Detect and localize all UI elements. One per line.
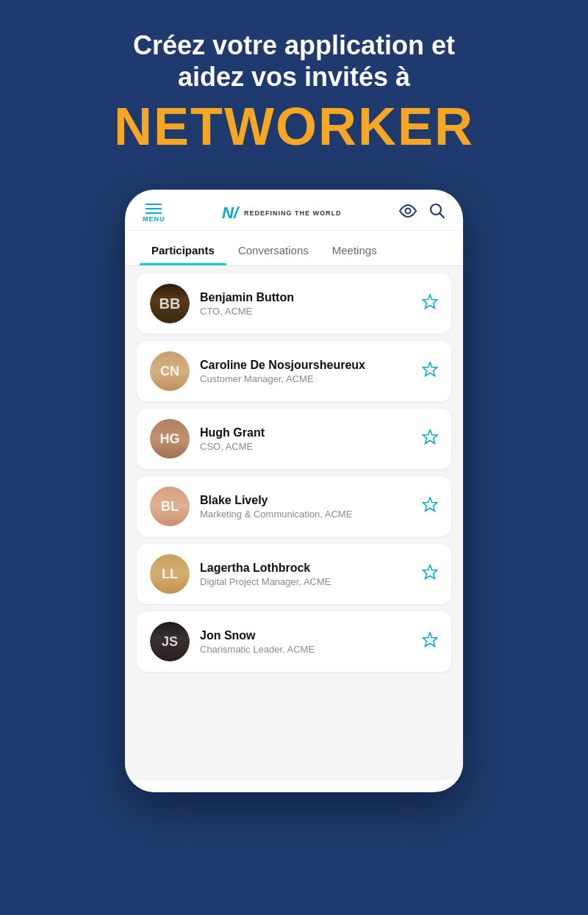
hero-section: Créez votre application et aidez vos inv… — [0, 0, 588, 175]
svg-marker-7 — [423, 565, 437, 579]
hero-subtitle-line1: Créez votre application et aidez vos inv… — [44, 29, 544, 93]
favorite-star-icon[interactable] — [422, 496, 438, 517]
avatar: LL — [150, 554, 190, 594]
svg-marker-8 — [423, 633, 437, 647]
header-icons — [398, 203, 445, 223]
tab-participants[interactable]: Participants — [140, 234, 226, 265]
participant-info: Blake Lively Marketing & Communication, … — [200, 494, 412, 520]
phone-frame: MENU N/ REDEFINING THE WORLD — [125, 190, 463, 792]
logo-symbol: N/ — [222, 204, 238, 223]
participant-info: Benjamin Button CTO, ACME — [200, 291, 412, 317]
participant-name: Caroline De Nosjoursheureux — [200, 359, 412, 372]
participant-role: CSO, ACME — [200, 441, 412, 452]
menu-button[interactable]: MENU — [143, 204, 165, 223]
avatar: HG — [150, 419, 190, 459]
tab-conversations[interactable]: Conversations — [226, 234, 320, 265]
svg-line-2 — [440, 214, 445, 218]
list-item[interactable]: BL Blake Lively Marketing & Communicatio… — [137, 476, 451, 537]
participant-info: Caroline De Nosjoursheureux Customer Man… — [200, 359, 412, 384]
avatar: JS — [150, 622, 190, 661]
list-item[interactable]: CN Caroline De Nosjoursheureux Customer … — [137, 341, 451, 401]
tabs-nav: Participants Conversations Meetings — [125, 234, 463, 266]
avatar: BB — [150, 284, 190, 323]
participant-info: Hugh Grant CSO, ACME — [200, 426, 412, 452]
list-item[interactable]: HG Hugh Grant CSO, ACME — [137, 409, 451, 469]
participant-name: Hugh Grant — [200, 426, 412, 439]
logo-tagline: REDEFINING THE WORLD — [244, 209, 342, 217]
participant-name: Blake Lively — [200, 494, 412, 507]
list-item[interactable]: LL Lagertha Lothbrock Digital Project Ma… — [137, 544, 451, 604]
participant-info: Jon Snow Charismatic Leader, ACME — [200, 629, 412, 655]
participant-role: CTO, ACME — [200, 306, 412, 317]
favorite-star-icon[interactable] — [422, 631, 438, 652]
phone-wrapper: MENU N/ REDEFINING THE WORLD — [0, 190, 588, 792]
participant-role: Charismatic Leader, ACME — [200, 644, 412, 655]
svg-marker-5 — [423, 430, 437, 444]
menu-label: MENU — [143, 215, 165, 223]
svg-marker-3 — [423, 295, 437, 309]
participant-role: Digital Project Manager, ACME — [200, 576, 412, 587]
logo-area: N/ REDEFINING THE WORLD — [222, 204, 342, 223]
phone-header: MENU N/ REDEFINING THE WORLD — [125, 190, 463, 231]
svg-marker-4 — [423, 362, 437, 376]
favorite-star-icon[interactable] — [422, 361, 438, 381]
avatar: BL — [150, 487, 190, 526]
participant-role: Marketing & Communication, ACME — [200, 509, 412, 520]
list-item[interactable]: JS Jon Snow Charismatic Leader, ACME — [137, 611, 451, 672]
participant-name: Lagertha Lothbrock — [200, 561, 412, 575]
participants-list: BB Benjamin Button CTO, ACME CN — [125, 266, 463, 781]
list-item[interactable]: BB Benjamin Button CTO, ACME — [137, 273, 451, 334]
favorite-star-icon[interactable] — [422, 564, 438, 584]
search-icon[interactable] — [429, 203, 445, 223]
participant-role: Customer Manager, ACME — [200, 373, 412, 384]
hero-networker: NETWORKER — [44, 100, 544, 153]
svg-marker-6 — [423, 498, 437, 512]
participant-name: Jon Snow — [200, 629, 412, 642]
participant-name: Benjamin Button — [200, 291, 412, 304]
participant-info: Lagertha Lothbrock Digital Project Manag… — [200, 561, 412, 587]
avatar: CN — [150, 351, 190, 391]
tab-meetings[interactable]: Meetings — [320, 234, 389, 265]
hamburger-icon — [146, 204, 162, 214]
eye-icon[interactable] — [398, 204, 417, 221]
svg-point-0 — [406, 209, 411, 214]
favorite-star-icon[interactable] — [422, 428, 438, 449]
favorite-star-icon[interactable] — [422, 293, 438, 314]
